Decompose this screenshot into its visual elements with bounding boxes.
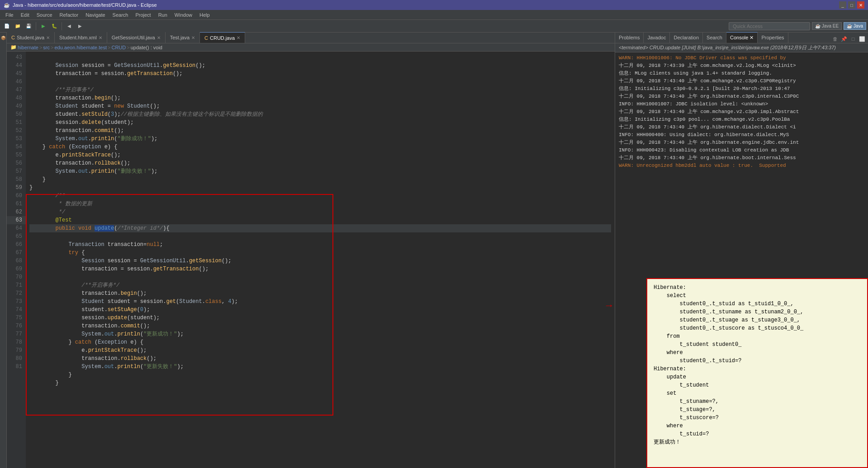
tab-label-student-hbm: Student.hbm.xml [59,35,97,40]
console-line-7: 十二月 09, 2018 7:43:40 上午 com.mchange.v2.c… [619,108,864,116]
line-50: 50 [7,110,26,118]
breadcrumb-package[interactable]: edu.aeon.hibernate.test [54,45,107,50]
run-button[interactable]: ▶ [38,21,48,31]
line-48: 48 [7,94,26,102]
breadcrumb-hibernate[interactable]: hibernate [18,45,38,50]
clear-console-button[interactable]: 🗑 [831,35,839,43]
hib-line-10: student0_.t_stuid=? [654,357,861,365]
breadcrumb-src[interactable]: src [43,45,50,50]
menu-item-run[interactable]: Run [155,11,171,19]
hib-line-8: t_student student0_ [654,340,861,349]
back-button[interactable]: ◀ [64,21,74,31]
forward-button[interactable]: ▶ [75,21,85,31]
breadcrumb-method[interactable]: update() : void [131,45,162,50]
code-line-50: session.delete(student); [29,119,133,126]
code-line-52: System.out.println("删除成功！"); [29,136,157,142]
line-56: 56 [7,159,26,167]
line-76: 76 [7,322,26,330]
close-button[interactable]: ✕ [857,1,864,9]
tab-getsession[interactable]: GetSessionUtil.java ✕ [107,32,166,43]
new-button[interactable]: 📄 [2,21,12,31]
hib-line-2: select [654,292,861,300]
debug-button[interactable]: 🐛 [49,21,59,31]
pin-console-button[interactable]: 📌 [840,35,848,43]
tab-properties[interactable]: Properties [758,32,788,43]
console-line-1: 十二月 09, 2018 7:43:39 上午 com.mchange.v2.l… [619,62,864,70]
breadcrumb-class[interactable]: CRUD [111,45,126,50]
code-line-59: /** [29,193,65,199]
console-minimize[interactable]: □ [849,35,857,43]
hib-line-20: 更新成功！ [654,438,861,446]
code-line-62: @Test [29,217,72,223]
hib-line-12: update [654,373,861,381]
tab-close-getsession[interactable]: ✕ [157,35,161,40]
tab-close-test[interactable]: ✕ [191,35,195,40]
menu-item-search[interactable]: Search [109,11,132,19]
java-ee-perspective[interactable]: ☕ Java EE [812,22,842,30]
hib-line-9: where [654,349,861,357]
maximize-button[interactable]: □ [848,1,855,9]
code-line-49: student.setStuId(3);//根据主键删除、如果没有主键这个标识是… [29,111,263,118]
line-43: 43 [7,53,26,61]
menu-item-help[interactable]: Help [196,11,213,19]
tab-close-crud[interactable]: ✕ [237,35,240,40]
tab-close-student-java[interactable]: ✕ [46,35,50,40]
line-47: 47 [7,86,26,94]
hib-line-19: t_stuid=? [654,430,861,438]
minimize-button[interactable]: _ [839,1,846,9]
java-perspective[interactable]: ☕ Java [844,22,866,30]
console-line-12: INFO: HHH000423: Disabling contextual LO… [619,147,864,154]
menu-item-refactor[interactable]: Refactor [56,11,82,19]
line-45: 45 [7,70,26,78]
tab-close-student-hbm[interactable]: ✕ [99,35,102,40]
code-line-78: transaction.rollback(); [29,355,157,362]
line-81: 81 [7,363,26,371]
code-line-66: Session session = GetSessionUtil.getSess… [29,258,232,264]
menu-item-navigate[interactable]: Navigate [82,11,109,19]
tab-test[interactable]: Test.java ✕ [166,32,200,43]
line-60: 60 [7,192,26,200]
line-65: 65 [7,232,26,241]
quick-access-input[interactable] [729,22,810,30]
line-51: 51 [7,118,26,127]
menu-item-source[interactable]: Source [33,11,56,19]
console-line-9: 十二月 09, 2018 7:43:40 上午 org.hibernate.di… [619,123,864,131]
line-52: 52 [7,127,26,135]
hib-line-13: t_student [654,381,861,389]
hib-line-18: where [654,422,861,430]
toolbar-sep-1 [36,22,36,30]
tab-problems[interactable]: Problems [615,32,644,43]
right-panel-content: WARN: HHH10001006: No JDBC Driver class … [615,52,868,468]
save-button[interactable]: 💾 [24,21,33,31]
console-line-3: 十二月 09, 2018 7:43:40 上午 com.mchange.v2.c… [619,77,864,85]
tab-declaration[interactable]: Declaration [670,32,703,43]
console-line-10: INFO: HHH000400: Using dialect: org.hibe… [619,131,864,139]
code-content[interactable]: Session session = GetSessionUtil.getSess… [26,52,615,468]
menu-item-file[interactable]: File [2,11,17,19]
code-line-53: } catch (Exception e) { [29,144,117,150]
console-line-13: 十二月 09, 2018 7:43:40 上午 org.hibernate.bo… [619,154,864,162]
package-explorer-icon[interactable]: 📦 [0,34,6,41]
console-line-warn1: WARN: HHH10001006: No JDBC Driver class … [619,54,864,62]
line-64: 64 [7,224,26,232]
line-49: 49 [7,102,26,110]
line-55: 55 [7,151,26,159]
code-line-54: e.printStackTrace(); [29,152,121,158]
line-74: 74 [7,306,26,314]
tab-console[interactable]: Console ✕ [726,32,758,43]
console-line-8: 信息: Initializing c3p0 pool... com.mchang… [619,116,864,123]
tab-search[interactable]: Search [703,32,726,43]
tab-student-java[interactable]: C Student.java ✕ [7,32,55,43]
code-line-65: try { [29,250,85,256]
menu-item-project[interactable]: Project [132,11,154,19]
code-line-77: e.printStackTrace(); [29,347,147,354]
open-button[interactable]: 📁 [13,21,23,31]
console-maximize[interactable]: ⬜ [858,35,866,43]
tab-student-hbm[interactable]: Student.hbm.xml ✕ [55,32,107,43]
menu-item-edit[interactable]: Edit [17,11,33,19]
editor-tabs: C Student.java ✕ Student.hbm.xml ✕ GetSe… [7,33,615,43]
tab-javadoc[interactable]: Javadoc [644,32,670,43]
hib-line-1: Hibernate: [654,284,861,292]
tab-crud[interactable]: C CRUD.java ✕ [200,32,245,43]
menu-item-window[interactable]: Window [171,11,196,19]
